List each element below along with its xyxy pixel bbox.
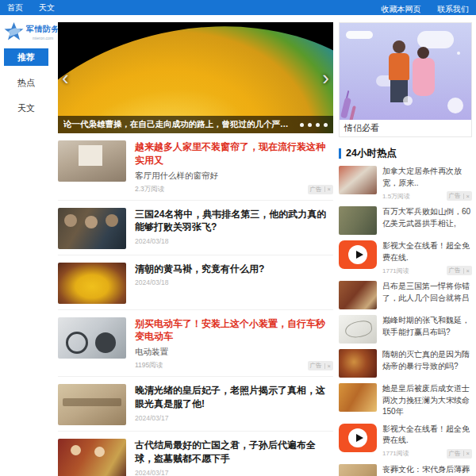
ad-badge[interactable]: 广告 ×	[308, 185, 333, 194]
hot-item-ad[interactable]: 影视大全在线看！超全免费在线. 1771阅读 广告 ×	[339, 424, 472, 459]
ad-label: 广告	[449, 192, 461, 200]
carousel-dot[interactable]	[308, 123, 312, 127]
hot-item-title[interactable]: 丧葬文化：宋代身后薄葬制度从皇宫到街坊无不重视	[382, 464, 472, 476]
ad-badge-divider	[324, 186, 325, 192]
ad-close-icon[interactable]: ×	[466, 267, 470, 274]
hot-item[interactable]: 她是皇后被废后成女道士 两次力挽狂澜为大宋续命150年	[339, 383, 472, 418]
article-item[interactable]: 晚清光绪的皇后妃子，老照片揭示了真相，这眼光真是服了他! 2024/03/17	[58, 377, 333, 432]
ad-close-icon[interactable]: ×	[328, 186, 331, 193]
couple-ad-card[interactable]: 情侣必看	[339, 22, 472, 137]
article-item[interactable]: 三国24名将中，典韦排名第三，他的武力真的能够打败关羽张飞? 2024/03/1…	[58, 201, 333, 255]
contact-us-link[interactable]: 联系我们	[437, 5, 469, 13]
sidebar-item-hot[interactable]: 热点	[4, 74, 48, 91]
site-logo[interactable]: 军情防务 mieron.com	[4, 22, 54, 41]
carousel-dot[interactable]	[324, 123, 328, 127]
top-nav-bar: 首页 天文 收藏本网页 联系我们	[0, 0, 476, 15]
hot-item-ad[interactable]: 加拿大定居条件再次放宽，原来.. 1.5万阅读 广告 ×	[339, 166, 472, 201]
section-nav: 推荐 热点 天文	[4, 48, 54, 117]
girl-figure	[413, 58, 435, 96]
ad-close-icon[interactable]: ×	[466, 193, 470, 200]
hot-item-title[interactable]: 影视大全在线看！超全免费在线.	[382, 240, 472, 263]
article-item[interactable]: 清朝的黄马褂，究竟有什么用? 2024/03/18	[58, 255, 333, 310]
hot-item-title[interactable]: 影视大全在线看！超全免费在线.	[382, 424, 472, 447]
ad-badge[interactable]: 广告 ×	[447, 191, 472, 201]
article-read-count: 1195阅读	[135, 361, 163, 370]
article-title[interactable]: 三国24名将中，典韦排名第三，他的武力真的能够打败关羽张飞?	[135, 208, 333, 235]
topnav-right-links: 收藏本网页 联系我们	[369, 1, 469, 15]
article-body: 别买电动车了！安装上这个小装置，自行车秒变电动车 电动装置 1195阅读 广告 …	[135, 317, 333, 371]
topnav-home-link[interactable]: 首页	[7, 2, 23, 13]
hot-item[interactable]: 隋朝的灭亡真的是因为隋炀帝的暴行导致的吗?	[339, 349, 472, 378]
hot-item-title[interactable]: 隋朝的灭亡真的是因为隋炀帝的暴行导致的吗?	[382, 349, 472, 372]
article-thumbnail-warriors[interactable]	[58, 208, 126, 249]
hot-item-title[interactable]: 加拿大定居条件再次放宽，原来..	[382, 166, 472, 189]
hot-thumbnail-emperor[interactable]	[339, 349, 377, 378]
hero-carousel[interactable]: ‹ › 论一代枭雄曹操，在自己走向成功的路上，曾犯过的几个严重错误	[58, 22, 333, 133]
article-date: 2024/03/18	[135, 278, 333, 286]
hot-item[interactable]: 吕布是三国第一悍将你错了，此人几个回合就将吕	[339, 281, 472, 309]
hot-read-count: 1.5万阅读	[382, 192, 410, 201]
article-body: 晚清光绪的皇后妃子，老照片揭示了真相，这眼光真是服了他! 2024/03/17	[135, 384, 333, 425]
hot-item-title[interactable]: 巅峰时期的张飞和魏延，联手能打赢吕布吗?	[382, 315, 472, 338]
article-item-ad[interactable]: 越来越多人家里不装窗帘了，现在流行装这种实用又 客厅用什么样的窗帘好 2.3万阅…	[58, 133, 333, 201]
carousel-prev-icon[interactable]: ‹	[59, 56, 72, 99]
carousel-dot[interactable]	[316, 123, 320, 127]
hot-item[interactable]: 丧葬文化：宋代身后薄葬制度从皇宫到街坊无不重视	[339, 464, 472, 476]
hot-item-title[interactable]: 百万大军兵败如山倒，60亿美元武器拱手相让,	[382, 206, 472, 229]
ad-close-icon[interactable]: ×	[466, 450, 470, 457]
article-title[interactable]: 晚清光绪的皇后妃子，老照片揭示了真相，这眼光真是服了他!	[135, 384, 333, 411]
article-body: 越来越多人家里不装窗帘了，现在流行装这种实用又 客厅用什么样的窗帘好 2.3万阅…	[135, 140, 333, 194]
article-title[interactable]: 别买电动车了！安装上这个小装置，自行车秒变电动车	[135, 317, 333, 344]
article-thumbnail-old-photo[interactable]	[58, 384, 126, 425]
left-sidebar: 军情防务 mieron.com 推荐 热点 天文	[4, 22, 54, 125]
article-thumbnail-livingroom[interactable]	[58, 140, 126, 182]
carousel-next-icon[interactable]: ›	[319, 56, 332, 99]
couple-ad-caption[interactable]: 情侣必看	[340, 120, 471, 136]
sidebar-item-astronomy[interactable]: 天文	[4, 99, 48, 117]
hot-thumbnail-painting[interactable]	[339, 383, 377, 412]
ad-badge-divider	[324, 363, 325, 369]
hot-read-count: 1771阅读	[382, 267, 409, 275]
ad-badge-divider	[463, 194, 464, 199]
right-sidebar: 情侣必看 24小时热点 加拿大定居条件再次放宽，原来.. 1.5万阅读 广告 ×…	[339, 22, 472, 476]
hot-item-body: 隋朝的灭亡真的是因为隋炀帝的暴行导致的吗?	[382, 349, 472, 378]
ad-badge[interactable]: 广告 ×	[447, 449, 472, 459]
hot-item-body: 百万大军兵败如山倒，60亿美元武器拱手相让,	[382, 206, 472, 235]
carousel-dot[interactable]	[300, 123, 304, 127]
article-item[interactable]: 古代结局最好的亡国之君，子孙后代遍布全球，盗墓贼都不愿下手 2024/03/17	[58, 432, 333, 476]
article-date: 2024/03/17	[135, 414, 333, 422]
hot-item-ad[interactable]: 影视大全在线看！超全免费在线. 1771阅读 广告 ×	[339, 240, 472, 275]
play-button-icon[interactable]	[339, 240, 377, 269]
hot-thumbnail-mural[interactable]	[339, 464, 377, 476]
hot-item-title[interactable]: 她是皇后被废后成女道士 两次力挽狂澜为大宋续命150年	[382, 383, 472, 418]
hot-section-title: 24小时热点	[346, 147, 397, 160]
play-button-icon[interactable]	[339, 424, 377, 452]
hot-thumbnail-battle[interactable]	[339, 281, 377, 309]
article-thumbnail-drama[interactable]	[58, 439, 126, 476]
hot-item-title[interactable]: 吕布是三国第一悍将你错了，此人几个回合就将吕	[382, 281, 472, 304]
article-item-ad[interactable]: 别买电动车了！安装上这个小装置，自行车秒变电动车 电动装置 1195阅读 广告 …	[58, 310, 333, 378]
article-body: 三国24名将中，典韦排名第三，他的武力真的能够打败关羽张飞? 2024/03/1…	[135, 208, 333, 249]
carousel-caption[interactable]: 论一代枭雄曹操，在自己走向成功的路上，曾犯过的几个严重错误	[63, 119, 295, 130]
hot-thumbnail-town[interactable]	[339, 166, 377, 194]
ad-badge[interactable]: 广告 ×	[447, 266, 472, 275]
hot-item[interactable]: 巅峰时期的张飞和魏延，联手能打赢吕布吗?	[339, 315, 472, 344]
article-title[interactable]: 越来越多人家里不装窗帘了，现在流行装这种实用又	[135, 140, 333, 167]
hot-thumbnail-sketch[interactable]	[339, 315, 377, 344]
ad-badge[interactable]: 广告 ×	[308, 361, 333, 370]
sidebar-item-recommended[interactable]: 推荐	[4, 48, 48, 66]
hot-item[interactable]: 百万大军兵败如山倒，60亿美元武器拱手相让,	[339, 206, 472, 235]
bookmark-page-link[interactable]: 收藏本网页	[382, 5, 421, 13]
hot-item-body: 影视大全在线看！超全免费在线. 1771阅读 广告 ×	[382, 424, 472, 459]
article-thumbnail-yellow-jacket[interactable]	[58, 263, 126, 304]
hot-thumbnail-soldiers[interactable]	[339, 206, 377, 235]
article-body: 清朝的黄马褂，究竟有什么用? 2024/03/18	[135, 263, 333, 304]
logo-text: 军情防务 mieron.com	[26, 22, 60, 40]
ad-label: 广告	[310, 362, 322, 370]
article-thumbnail-bicycle[interactable]	[58, 317, 126, 359]
ad-close-icon[interactable]: ×	[328, 363, 331, 370]
topnav-astronomy-link[interactable]: 天文	[39, 2, 55, 13]
article-title[interactable]: 古代结局最好的亡国之君，子孙后代遍布全球，盗墓贼都不愿下手	[135, 439, 333, 466]
hot-item-body: 吕布是三国第一悍将你错了，此人几个回合就将吕	[382, 281, 472, 309]
article-title[interactable]: 清朝的黄马褂，究竟有什么用?	[135, 263, 333, 276]
